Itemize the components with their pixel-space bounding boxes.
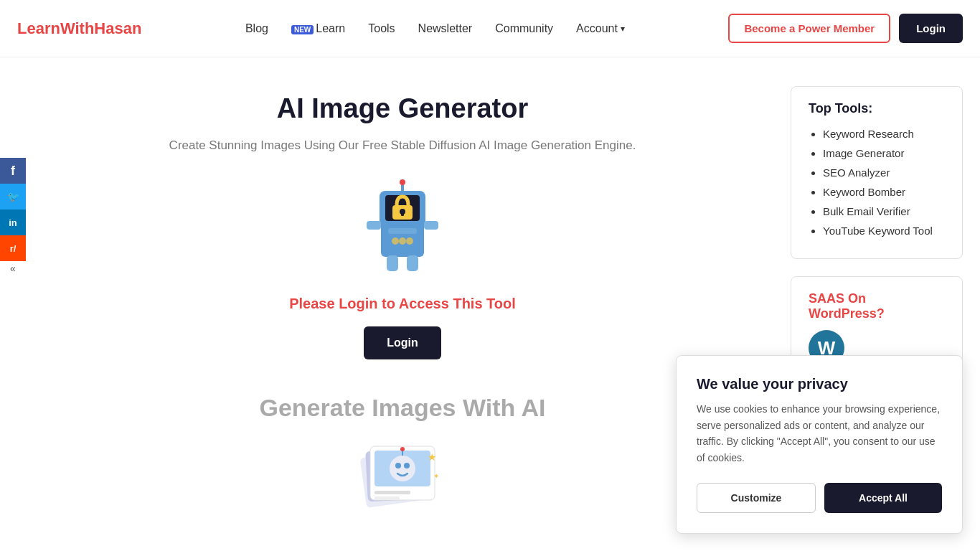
power-member-button[interactable]: Become a Power Member	[728, 14, 890, 43]
svg-point-13	[406, 237, 413, 245]
locked-robot-svg	[359, 178, 446, 278]
svg-point-11	[392, 237, 399, 245]
learn-badge: NEW	[291, 25, 314, 34]
svg-rect-7	[424, 221, 438, 230]
cookie-text: We use cookies to enhance your browsing …	[697, 401, 942, 466]
nav-newsletter[interactable]: Newsletter	[418, 22, 473, 35]
twitter-icon: 🐦	[7, 191, 19, 202]
nav-blog[interactable]: Blog	[245, 22, 268, 35]
tool-item-keyword-research[interactable]: Keyword Research	[823, 128, 945, 140]
page-subtitle: Create Stunning Images Using Our Free St…	[43, 136, 762, 155]
content-area: AI Image Generator Create Stunning Image…	[43, 86, 762, 518]
cookie-title: We value your privacy	[697, 376, 942, 392]
generate-images-title: Generate Images With AI	[43, 394, 762, 422]
customize-button[interactable]: Customize	[697, 483, 816, 513]
hide-icon: «	[10, 263, 16, 274]
svg-point-15	[400, 179, 405, 185]
svg-rect-6	[367, 221, 381, 230]
twitter-share-button[interactable]: 🐦	[0, 184, 26, 209]
nav-links: Blog NEWLearn Tools Newsletter Community…	[245, 22, 625, 35]
nav-actions: Become a Power Member Login	[728, 14, 963, 43]
facebook-icon: f	[11, 164, 15, 179]
nav-community[interactable]: Community	[495, 22, 553, 35]
login-button-nav[interactable]: Login	[899, 14, 963, 43]
chevron-down-icon: ▾	[621, 24, 625, 34]
saas-title: SAAS On WordPress?	[809, 291, 945, 321]
hide-social-button[interactable]: «	[0, 261, 26, 276]
svg-point-24	[400, 447, 405, 451]
social-sidebar: f 🐦 in r/ «	[0, 158, 26, 276]
svg-text:★: ★	[428, 451, 437, 463]
nav-account[interactable]: Account ▾	[576, 22, 625, 35]
linkedin-share-button[interactable]: in	[0, 209, 26, 235]
svg-point-20	[390, 456, 415, 481]
reddit-icon: r/	[10, 243, 17, 254]
ai-preview-illustration: ★ ✦	[43, 439, 762, 518]
top-tools-card: Top Tools: Keyword Research Image Genera…	[791, 86, 963, 259]
svg-rect-10	[388, 228, 417, 234]
top-tools-title: Top Tools:	[809, 101, 945, 116]
robot-illustration	[43, 178, 762, 278]
svg-rect-8	[387, 255, 398, 271]
svg-text:✦: ✦	[433, 472, 439, 480]
ai-image-svg: ★ ✦	[349, 439, 456, 518]
linkedin-icon: in	[9, 217, 17, 228]
tool-item-image-generator[interactable]: Image Generator	[823, 147, 945, 159]
reddit-share-button[interactable]: r/	[0, 235, 26, 261]
tool-item-keyword-bomber[interactable]: Keyword Bomber	[823, 186, 945, 198]
svg-point-21	[395, 463, 401, 468]
facebook-share-button[interactable]: f	[0, 158, 26, 184]
login-button-main[interactable]: Login	[364, 326, 441, 359]
cookie-overlay: We value your privacy We use cookies to …	[659, 338, 980, 547]
cookie-actions: Customize Accept All	[697, 483, 942, 513]
tool-item-seo-analyzer[interactable]: SEO Analyzer	[823, 166, 945, 179]
svg-rect-9	[407, 255, 418, 271]
site-logo[interactable]: LearnWithHasan	[17, 19, 141, 38]
tool-item-youtube-keyword[interactable]: YouTube Keyword Tool	[823, 225, 945, 237]
svg-rect-27	[374, 491, 410, 494]
page-title: AI Image Generator	[43, 93, 762, 124]
svg-point-12	[399, 237, 406, 245]
nav-tools[interactable]: Tools	[368, 22, 395, 35]
svg-rect-5	[401, 212, 404, 216]
svg-point-22	[404, 463, 410, 468]
cookie-banner: We value your privacy We use cookies to …	[676, 355, 963, 534]
tool-item-bulk-email[interactable]: Bulk Email Verifier	[823, 205, 945, 217]
accept-all-button[interactable]: Accept All	[824, 483, 942, 513]
login-prompt: Please Login to Access This Tool	[43, 296, 762, 312]
top-tools-list: Keyword Research Image Generator SEO Ana…	[809, 128, 945, 237]
navbar: LearnWithHasan Blog NEWLearn Tools Newsl…	[0, 0, 980, 57]
svg-rect-28	[374, 496, 400, 500]
nav-learn[interactable]: NEWLearn	[291, 22, 345, 35]
